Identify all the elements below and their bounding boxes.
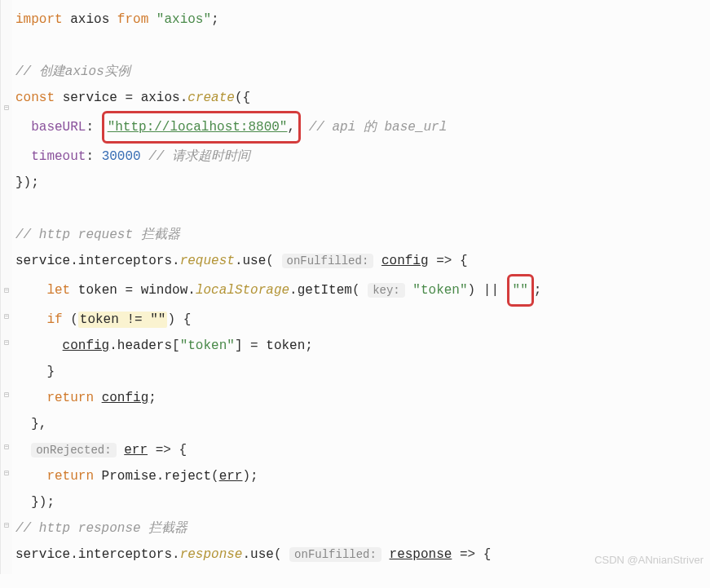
gutter: ⊟ ⊟ ⊟ ⊟ ⊟ ⊟ ⊟ ⊟ xyxy=(1,0,12,574)
fold-icon[interactable]: ⊟ xyxy=(2,470,11,478)
prop-baseurl: baseURL xyxy=(31,120,86,135)
code-line[interactable]: service.interceptors.request.use( onFulf… xyxy=(15,248,710,274)
code-line[interactable]: // http request 拦截器 xyxy=(15,222,710,248)
keyword-const: const xyxy=(15,91,55,105)
number-timeout: 30000 xyxy=(102,149,141,164)
prop-headers: headers xyxy=(117,338,172,353)
fold-icon[interactable]: ⊟ xyxy=(2,313,11,321)
comment-create: // 创建axios实例 xyxy=(15,64,130,79)
code-line[interactable]: }); xyxy=(15,489,710,515)
ident-promise: Promise xyxy=(94,469,157,484)
string-token: "token" xyxy=(412,283,467,298)
ident-service: service xyxy=(63,91,117,105)
comment-timeout: // 请求超时时间 xyxy=(141,149,250,164)
ident-localstorage: localStorage xyxy=(196,283,289,298)
code-line[interactable]: let token = window.localStorage.getItem(… xyxy=(15,274,710,307)
keyword-let: let xyxy=(46,283,70,298)
prop-request: request xyxy=(180,254,235,268)
code-line[interactable]: }); xyxy=(15,170,710,196)
code-line[interactable]: } xyxy=(15,359,710,385)
hint-onrejected: onRejected: xyxy=(31,443,116,458)
string-token: "token" xyxy=(180,338,235,353)
param-response: response xyxy=(390,547,452,562)
code-line[interactable]: timeout: 30000 // 请求超时时间 xyxy=(15,144,710,170)
code-line[interactable]: }, xyxy=(15,411,710,437)
method-getitem: getItem xyxy=(298,283,352,298)
highlight-baseurl: "http://localhost:8800", xyxy=(102,111,301,144)
code-line[interactable]: import axios from "axios"; xyxy=(15,7,710,33)
highlight-empty: "" xyxy=(507,274,534,307)
code-line-blank[interactable] xyxy=(15,196,710,222)
method-reject: reject xyxy=(164,469,211,484)
code-line[interactable]: return Promise.reject(err); xyxy=(15,463,710,489)
keyword-import: import xyxy=(15,12,63,27)
ident-token: token xyxy=(266,338,305,353)
ident-err: err xyxy=(219,469,243,484)
ident-axios: axios xyxy=(70,12,109,27)
fold-icon[interactable]: ⊟ xyxy=(2,444,11,452)
code-line[interactable]: onRejected: err => { xyxy=(15,437,710,463)
keyword-if: if xyxy=(46,312,62,327)
code-line[interactable]: baseURL: "http://localhost:8800", // api… xyxy=(15,111,710,144)
prop-timeout: timeout xyxy=(31,149,86,164)
param-err: err xyxy=(124,443,148,458)
hint-key: key: xyxy=(368,283,405,298)
hint-onfulfilled: onFulfilled: xyxy=(282,254,374,268)
ident-service: service xyxy=(15,254,70,268)
code-line[interactable]: if (token != "") { xyxy=(15,307,710,333)
method-use: use xyxy=(242,254,266,268)
ident-interceptors: interceptors xyxy=(78,547,172,562)
ident-config: config xyxy=(63,338,110,353)
prop-response: response xyxy=(180,547,243,562)
keyword-return: return xyxy=(46,469,94,484)
fold-icon[interactable]: ⊟ xyxy=(2,287,11,295)
code-line[interactable]: // 创建axios实例 xyxy=(15,59,710,85)
method-use: use xyxy=(250,547,274,562)
code-line[interactable]: return config; xyxy=(15,385,710,411)
string-empty: "" xyxy=(513,283,528,298)
comment-request: // http request 拦截器 xyxy=(15,228,180,242)
method-create: create xyxy=(187,91,235,105)
code-editor: ⊟ ⊟ ⊟ ⊟ ⊟ ⊟ ⊟ ⊟ import axios from "axios… xyxy=(0,0,710,574)
hint-onfulfilled: onFulfilled: xyxy=(289,547,381,562)
ident-service: service xyxy=(15,547,70,562)
keyword-from: from xyxy=(117,12,148,27)
ident-interceptors: interceptors xyxy=(78,254,172,268)
ident-axios: axios xyxy=(141,91,180,105)
code-line[interactable]: // http response 拦截器 xyxy=(15,515,710,542)
code-line-blank[interactable] xyxy=(15,33,710,59)
fold-icon[interactable]: ⊟ xyxy=(2,522,11,530)
comment-response: // http response 拦截器 xyxy=(15,521,187,536)
keyword-return: return xyxy=(46,391,94,405)
string-axios: "axios" xyxy=(157,12,211,27)
comment-baseurl: // api 的 base_url xyxy=(309,120,448,135)
fold-icon[interactable]: ⊟ xyxy=(2,339,11,347)
code-line[interactable]: const service = axios.create({ xyxy=(15,85,710,111)
param-config: config xyxy=(381,254,429,268)
highlight-condition: token != "" xyxy=(78,312,168,328)
fold-icon[interactable]: ⊟ xyxy=(2,104,11,113)
ident-token: token xyxy=(78,283,117,298)
code-line[interactable]: config.headers["token"] = token; xyxy=(15,333,710,359)
ident-window: window xyxy=(141,283,188,298)
ident-config: config xyxy=(102,391,149,405)
watermark: CSDN @ANnianStriver xyxy=(594,550,703,571)
fold-icon[interactable]: ⊟ xyxy=(2,391,11,400)
string-url: "http://localhost:8800" xyxy=(108,120,288,135)
